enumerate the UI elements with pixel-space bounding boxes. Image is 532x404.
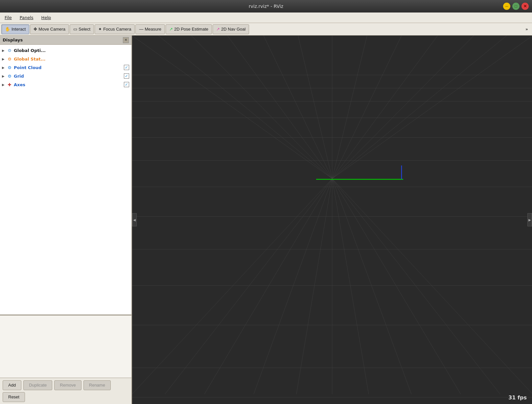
window-controls: ─ □ ✕	[503, 3, 529, 10]
title-bar: rviz.rviz* - RViz ─ □ ✕	[0, 0, 532, 13]
displays-header: Displays ✕	[0, 36, 131, 45]
display-item-point-cloud[interactable]: ▶ ⚙ Point Cloud ✓	[0, 63, 131, 72]
arrow-icon: ▶	[2, 74, 7, 78]
menu-file[interactable]: File	[2, 14, 14, 21]
displays-panel: Displays ✕ ▶ ⚙ Global Opti... ▶ ⚙ Global…	[0, 36, 131, 315]
display-item-global-status[interactable]: ▶ ⚙ Global Stat...	[0, 55, 131, 63]
menu-bar: File Panels Help	[0, 13, 532, 23]
global-options-label: Global Opti...	[14, 48, 129, 53]
select-label: Select	[79, 27, 90, 32]
arrow-icon: ▶	[2, 57, 7, 61]
bottom-row-2: Reset	[3, 392, 129, 402]
toolbar-measure-button[interactable]: — Measure	[135, 24, 165, 34]
viewport[interactable]: ◀ ▶ 31 fps	[132, 36, 532, 404]
minimize-button[interactable]: ─	[503, 3, 510, 10]
display-tree: ▶ ⚙ Global Opti... ▶ ⚙ Global Stat... ▶ …	[0, 45, 131, 315]
toolbar-select-button[interactable]: ▭ Select	[70, 24, 94, 34]
menu-panels[interactable]: Panels	[17, 14, 36, 21]
axes-check[interactable]: ✓	[124, 82, 129, 88]
measure-icon: —	[139, 27, 143, 32]
point-cloud-check[interactable]: ✓	[124, 64, 129, 70]
global-options-icon: ⚙	[7, 47, 12, 53]
toolbar-move-camera-button[interactable]: ✥ Move Camera	[30, 24, 69, 34]
svg-rect-0	[132, 36, 532, 404]
toolbar: ✋ Interact ✥ Move Camera ▭ Select ✦ Focu…	[0, 23, 532, 36]
move-camera-icon: ✥	[34, 27, 37, 32]
grid-check[interactable]: ✓	[124, 73, 129, 79]
point-cloud-label: Point Cloud	[14, 65, 124, 70]
rename-button[interactable]: Rename	[83, 380, 111, 390]
display-item-global-options[interactable]: ▶ ⚙ Global Opti...	[0, 46, 131, 55]
toolbar-focus-camera-button[interactable]: ✦ Focus Camera	[95, 24, 135, 34]
collapse-left-button[interactable]: ◀	[132, 213, 137, 226]
bottom-buttons: Add Duplicate Remove Rename Reset	[0, 378, 131, 404]
nav-goal-label: 2D Nav Goal	[221, 27, 245, 32]
pose-estimate-icon: ↗	[169, 27, 173, 32]
arrow-icon: ▶	[2, 83, 7, 87]
interact-label: Interact	[12, 27, 26, 32]
interact-icon: ✋	[5, 27, 10, 32]
point-cloud-icon: ⚙	[7, 64, 12, 70]
pose-estimate-label: 2D Pose Estimate	[174, 27, 208, 32]
display-item-axes[interactable]: ▶ ✚ Axes ✓	[0, 80, 131, 89]
viewport-grid	[132, 36, 532, 404]
toolbar-interact-button[interactable]: ✋ Interact	[1, 24, 29, 34]
close-button[interactable]: ✕	[521, 3, 529, 10]
axes-icon: ✚	[7, 82, 12, 88]
fps-counter: 31 fps	[508, 394, 527, 401]
duplicate-button[interactable]: Duplicate	[23, 380, 52, 390]
arrow-icon: ▶	[2, 49, 7, 52]
axes-label: Axes	[14, 82, 124, 87]
global-status-label: Global Stat...	[14, 57, 129, 62]
grid-label: Grid	[14, 74, 124, 79]
arrow-icon: ▶	[2, 66, 7, 69]
bottom-row-1: Add Duplicate Remove Rename	[3, 380, 129, 390]
add-button[interactable]: Add	[3, 380, 21, 390]
select-icon: ▭	[73, 27, 77, 32]
collapse-right-button[interactable]: ▶	[527, 213, 532, 226]
remove-button[interactable]: Remove	[54, 380, 81, 390]
menu-help[interactable]: Help	[39, 14, 54, 21]
reset-button[interactable]: Reset	[3, 392, 25, 402]
left-panel: Displays ✕ ▶ ⚙ Global Opti... ▶ ⚙ Global…	[0, 36, 132, 404]
properties-panel	[0, 315, 131, 378]
toolbar-more-button[interactable]: »	[523, 27, 531, 32]
main-layout: Displays ✕ ▶ ⚙ Global Opti... ▶ ⚙ Global…	[0, 36, 532, 404]
maximize-button[interactable]: □	[512, 3, 520, 10]
display-item-grid[interactable]: ▶ ⚙ Grid ✓	[0, 72, 131, 80]
toolbar-nav-goal-button[interactable]: ↗ 2D Nav Goal	[213, 24, 249, 34]
displays-close-button[interactable]: ✕	[123, 37, 129, 43]
focus-camera-label: Focus Camera	[103, 27, 131, 32]
window-title: rviz.rviz* - RViz	[249, 4, 283, 9]
nav-goal-icon: ↗	[216, 27, 220, 32]
grid-icon: ⚙	[7, 73, 12, 79]
move-camera-label: Move Camera	[38, 27, 65, 32]
displays-title: Displays	[3, 38, 23, 42]
global-status-icon: ⚙	[7, 56, 12, 62]
measure-label: Measure	[145, 27, 161, 32]
focus-camera-icon: ✦	[98, 27, 102, 32]
toolbar-pose-estimate-button[interactable]: ↗ 2D Pose Estimate	[166, 24, 212, 34]
